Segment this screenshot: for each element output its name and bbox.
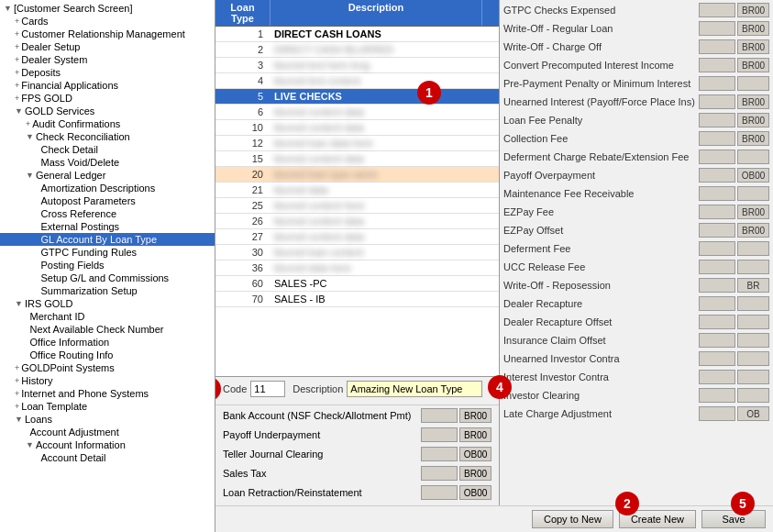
sidebar-item-customer-search[interactable]: ▼ [Customer Search Screen] [0, 2, 215, 15]
gl-input[interactable] [699, 94, 735, 109]
gl-input[interactable] [699, 168, 735, 183]
gl-input[interactable] [421, 427, 458, 442]
gl-input[interactable] [699, 223, 735, 238]
save-button[interactable]: Save [701, 510, 766, 528]
sidebar-item-mass-void[interactable]: Mass Void/Delete [0, 156, 215, 169]
sidebar-item-crm[interactable]: + Customer Relationship Management [0, 28, 215, 40]
callout-4: 4 [488, 375, 512, 399]
gl-input[interactable] [699, 370, 735, 384]
sidebar-item-irs-gold[interactable]: ▼ IRS GOLD [0, 297, 215, 310]
sidebar-item-account-detail[interactable]: Account Detail [0, 451, 215, 464]
gl-input[interactable] [699, 388, 735, 403]
gl-input[interactable] [699, 58, 735, 72]
gl-input[interactable] [699, 205, 735, 219]
sidebar-item-dealer-setup[interactable]: + Dealer Setup [0, 40, 215, 53]
sidebar-item-amortization[interactable]: Amortization Descriptions [0, 182, 215, 194]
loan-row[interactable]: 36blurred data here [215, 260, 499, 276]
expand-icon: + [15, 389, 19, 398]
sidebar-item-summarization[interactable]: Summarization Setup [0, 284, 215, 297]
loan-row[interactable]: 3blurred text here long [215, 58, 499, 73]
sidebar-item-office-info[interactable]: Office Information [0, 336, 215, 349]
sidebar-item-merchant-id[interactable]: Merchant ID [0, 310, 215, 323]
sidebar-item-fps-gold[interactable]: + FPS GOLD [0, 92, 215, 105]
loan-row[interactable]: 4blurred text content [215, 73, 499, 89]
loan-list-panel: 1 Loan Type Description 1DIRECT CASH LOA… [215, 0, 500, 505]
sidebar-item-gtpc-funding[interactable]: GTPC Funding Rules [0, 246, 215, 259]
spacer [26, 325, 28, 334]
gl-input[interactable] [421, 408, 458, 423]
loan-row[interactable]: 27blurred content data [215, 229, 499, 245]
loan-row[interactable]: 12blurred loan data here [215, 136, 499, 151]
sidebar-item-cross-reference[interactable]: Cross Reference [0, 207, 215, 220]
sidebar-item-financial-apps[interactable]: + Financial Applications [0, 79, 215, 92]
gl-input[interactable] [699, 296, 735, 311]
gl-input[interactable] [699, 315, 735, 329]
loan-row[interactable]: 30blurred loan content [215, 245, 499, 260]
sidebar-item-account-adjustment[interactable]: Account Adjustment [0, 426, 215, 438]
gl-input[interactable] [699, 76, 735, 91]
loan-row[interactable]: 1DIRECT CASH LOANS [215, 27, 499, 42]
sidebar-item-next-check[interactable]: Next Available Check Number [0, 323, 215, 336]
loan-row[interactable]: 6blurred content data [215, 105, 499, 120]
gl-input[interactable] [699, 186, 735, 201]
loan-type-list[interactable]: 1DIRECT CASH LOANS 2DIRECT CASH BLURRED … [215, 27, 499, 376]
gl-input[interactable] [699, 406, 735, 421]
gl-input[interactable] [421, 466, 458, 481]
gl-input[interactable] [699, 333, 735, 348]
gl-badge [737, 315, 769, 329]
sidebar-item-autopost[interactable]: Autopost Parameters [0, 194, 215, 207]
sidebar-item-gold-services[interactable]: ▼ GOLD Services [0, 105, 215, 117]
loan-row[interactable]: 20blurred loan type name [215, 167, 499, 183]
code-input[interactable] [250, 381, 285, 397]
expand-icon: + [15, 376, 19, 385]
gl-input[interactable] [699, 39, 735, 54]
sidebar-item-posting-fields[interactable]: Posting Fields [0, 259, 215, 272]
bottom-left-gl: Bank Account (NSF Check/Allotment Pmt) B… [215, 405, 499, 505]
loan-row[interactable]: 70SALES - IB [215, 292, 499, 307]
loan-row[interactable]: 2DIRECT CASH BLURRED [215, 42, 499, 58]
sidebar-item-setup-gl[interactable]: Setup G/L and Commissions [0, 272, 215, 284]
loan-row[interactable]: 60SALES -PC [215, 276, 499, 292]
sidebar-item-check-recon[interactable]: ▼ Check Reconciliation [0, 130, 215, 143]
loan-row[interactable]: 15blurred content data [215, 151, 499, 167]
sidebar-item-audit[interactable]: + Audit Confirmations [0, 117, 215, 130]
gl-input[interactable] [421, 447, 458, 461]
gl-badge [737, 333, 769, 348]
gl-input[interactable] [699, 278, 735, 293]
copy-to-new-button[interactable]: Copy to New [532, 510, 613, 528]
sidebar-item-general-ledger[interactable]: ▼ General Ledger [0, 169, 215, 182]
gl-input[interactable] [699, 113, 735, 127]
gl-input[interactable] [699, 21, 735, 36]
gl-row-ezpay-offset: EZPay OffsetBR00 [503, 222, 769, 238]
description-input[interactable] [347, 381, 482, 397]
gl-row-dealer-recap-offset: Dealer Recapture Offset [503, 314, 769, 330]
sidebar-item-external-postings[interactable]: External Postings [0, 220, 215, 233]
sidebar-item-history[interactable]: + History [0, 374, 215, 387]
sidebar-item-check-detail[interactable]: Check Detail [0, 143, 215, 156]
gl-input[interactable] [699, 241, 735, 256]
loan-row[interactable]: 25blurred content here [215, 198, 499, 214]
sidebar-item-deposits[interactable]: + Deposits [0, 66, 215, 79]
sidebar-item-office-routing[interactable]: Office Routing Info [0, 349, 215, 361]
sidebar-item-loan-template[interactable]: + Loan Template [0, 400, 215, 413]
loan-row[interactable]: 21blurred data [215, 183, 499, 198]
loan-row[interactable]: 5LIVE CHECKS [215, 89, 499, 105]
loan-row[interactable]: 26blurred content data [215, 214, 499, 229]
loan-row[interactable]: 10blurred content data [215, 120, 499, 136]
expand-icon: + [15, 402, 19, 411]
sidebar-item-account-information[interactable]: ▼ Account Information [0, 438, 215, 451]
gl-input[interactable] [699, 150, 735, 164]
sidebar-item-dealer-system[interactable]: + Dealer System [0, 53, 215, 66]
gl-input[interactable] [421, 485, 458, 500]
sidebar-item-loans[interactable]: ▼ Loans [0, 413, 215, 426]
sidebar-item-gl-account-loan-type[interactable]: GL Account By Loan Type [0, 233, 215, 246]
gl-input[interactable] [699, 3, 735, 17]
sidebar-item-internet-phone[interactable]: + Internet and Phone Systems [0, 387, 215, 400]
sidebar-item-goldpoint[interactable]: + GOLDPoint Systems [0, 361, 215, 374]
gl-input[interactable] [699, 131, 735, 146]
gl-input[interactable] [699, 260, 735, 274]
sidebar-item-cards[interactable]: + Cards [0, 15, 215, 28]
expand-icon: + [15, 55, 19, 64]
gl-input[interactable] [699, 351, 735, 366]
gl-badge [737, 241, 769, 256]
